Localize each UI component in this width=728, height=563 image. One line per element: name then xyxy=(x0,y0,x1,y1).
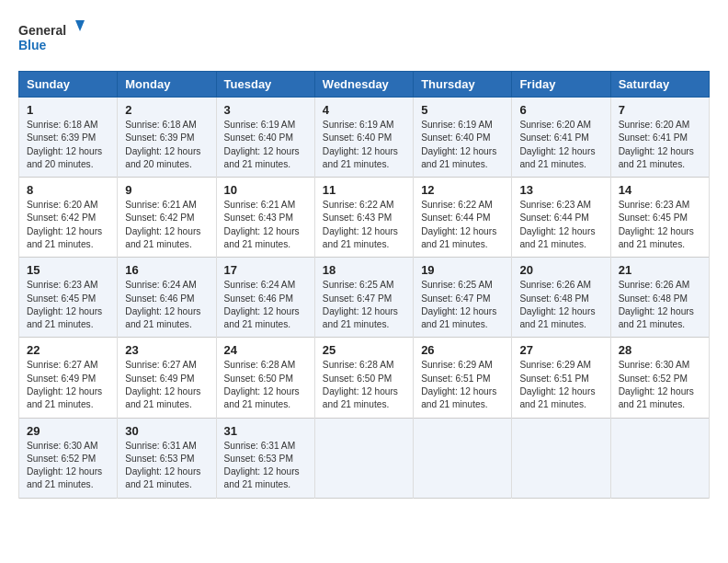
day-number: 2 xyxy=(125,103,208,117)
cell-info: Sunrise: 6:31 AMSunset: 6:53 PMDaylight:… xyxy=(224,440,307,492)
calendar-cell: 22Sunrise: 6:27 AMSunset: 6:49 PMDayligh… xyxy=(19,338,118,418)
header-thursday: Thursday xyxy=(414,72,512,98)
calendar-cell: 26Sunrise: 6:29 AMSunset: 6:51 PMDayligh… xyxy=(414,338,512,418)
calendar-cell: 19Sunrise: 6:25 AMSunset: 6:47 PMDayligh… xyxy=(414,258,512,338)
day-number: 3 xyxy=(224,103,307,117)
cell-info: Sunrise: 6:21 AMSunset: 6:42 PMDaylight:… xyxy=(125,199,208,251)
calendar-cell: 15Sunrise: 6:23 AMSunset: 6:45 PMDayligh… xyxy=(19,258,118,338)
day-number: 8 xyxy=(27,183,109,197)
svg-marker-2 xyxy=(75,20,85,31)
page-header: General Blue xyxy=(18,18,710,60)
calendar-cell: 12Sunrise: 6:22 AMSunset: 6:44 PMDayligh… xyxy=(414,178,512,258)
logo-svg: General Blue xyxy=(18,18,92,60)
cell-info: Sunrise: 6:30 AMSunset: 6:52 PMDaylight:… xyxy=(27,440,109,492)
calendar-cell: 10Sunrise: 6:21 AMSunset: 6:43 PMDayligh… xyxy=(216,178,314,258)
cell-info: Sunrise: 6:18 AMSunset: 6:39 PMDaylight:… xyxy=(125,119,208,171)
cell-info: Sunrise: 6:29 AMSunset: 6:51 PMDaylight:… xyxy=(519,359,602,411)
calendar-cell: 6Sunrise: 6:20 AMSunset: 6:41 PMDaylight… xyxy=(512,98,610,178)
calendar-cell: 4Sunrise: 6:19 AMSunset: 6:40 PMDaylight… xyxy=(314,98,413,178)
day-number: 5 xyxy=(421,103,504,117)
calendar-cell: 17Sunrise: 6:24 AMSunset: 6:46 PMDayligh… xyxy=(216,258,314,338)
day-number: 1 xyxy=(27,103,109,117)
cell-info: Sunrise: 6:29 AMSunset: 6:51 PMDaylight:… xyxy=(421,359,504,411)
cell-info: Sunrise: 6:26 AMSunset: 6:48 PMDaylight:… xyxy=(619,279,701,331)
calendar-cell: 29Sunrise: 6:30 AMSunset: 6:52 PMDayligh… xyxy=(19,418,118,498)
calendar-cell: 18Sunrise: 6:25 AMSunset: 6:47 PMDayligh… xyxy=(314,258,413,338)
day-number: 24 xyxy=(224,343,307,357)
day-number: 18 xyxy=(323,263,405,277)
cell-info: Sunrise: 6:26 AMSunset: 6:48 PMDaylight:… xyxy=(519,279,602,331)
cell-info: Sunrise: 6:31 AMSunset: 6:53 PMDaylight:… xyxy=(125,440,208,492)
calendar-cell: 7Sunrise: 6:20 AMSunset: 6:41 PMDaylight… xyxy=(610,98,709,178)
calendar-cell: 1Sunrise: 6:18 AMSunset: 6:39 PMDaylight… xyxy=(19,98,118,178)
day-number: 13 xyxy=(519,183,602,197)
day-number: 10 xyxy=(224,183,307,197)
day-number: 27 xyxy=(519,343,602,357)
cell-info: Sunrise: 6:19 AMSunset: 6:40 PMDaylight:… xyxy=(323,119,405,171)
calendar-cell: 20Sunrise: 6:26 AMSunset: 6:48 PMDayligh… xyxy=(512,258,610,338)
header-monday: Monday xyxy=(118,72,216,98)
cell-info: Sunrise: 6:23 AMSunset: 6:45 PMDaylight:… xyxy=(619,199,701,251)
cell-info: Sunrise: 6:30 AMSunset: 6:52 PMDaylight:… xyxy=(619,359,701,411)
calendar-cell: 21Sunrise: 6:26 AMSunset: 6:48 PMDayligh… xyxy=(610,258,709,338)
cell-info: Sunrise: 6:28 AMSunset: 6:50 PMDaylight:… xyxy=(323,359,405,411)
cell-info: Sunrise: 6:20 AMSunset: 6:41 PMDaylight:… xyxy=(619,119,701,171)
calendar-cell xyxy=(610,418,709,498)
day-number: 20 xyxy=(519,263,602,277)
day-number: 4 xyxy=(323,103,405,117)
day-number: 9 xyxy=(125,183,208,197)
cell-info: Sunrise: 6:23 AMSunset: 6:45 PMDaylight:… xyxy=(27,279,109,331)
calendar-week-row: 15Sunrise: 6:23 AMSunset: 6:45 PMDayligh… xyxy=(19,258,710,338)
calendar-cell: 8Sunrise: 6:20 AMSunset: 6:42 PMDaylight… xyxy=(19,178,118,258)
header-tuesday: Tuesday xyxy=(216,72,314,98)
calendar-cell xyxy=(414,418,512,498)
svg-text:General: General xyxy=(18,23,66,38)
cell-info: Sunrise: 6:20 AMSunset: 6:41 PMDaylight:… xyxy=(519,119,602,171)
calendar-cell: 31Sunrise: 6:31 AMSunset: 6:53 PMDayligh… xyxy=(216,418,314,498)
cell-info: Sunrise: 6:27 AMSunset: 6:49 PMDaylight:… xyxy=(27,359,109,411)
day-number: 21 xyxy=(619,263,701,277)
header-sunday: Sunday xyxy=(19,72,118,98)
cell-info: Sunrise: 6:27 AMSunset: 6:49 PMDaylight:… xyxy=(125,359,208,411)
header-friday: Friday xyxy=(512,72,610,98)
cell-info: Sunrise: 6:20 AMSunset: 6:42 PMDaylight:… xyxy=(27,199,109,251)
day-number: 16 xyxy=(125,263,208,277)
cell-info: Sunrise: 6:24 AMSunset: 6:46 PMDaylight:… xyxy=(125,279,208,331)
calendar-week-row: 29Sunrise: 6:30 AMSunset: 6:52 PMDayligh… xyxy=(19,418,710,498)
day-number: 14 xyxy=(619,183,701,197)
day-number: 17 xyxy=(224,263,307,277)
calendar-week-row: 22Sunrise: 6:27 AMSunset: 6:49 PMDayligh… xyxy=(19,338,710,418)
calendar-header-row: SundayMondayTuesdayWednesdayThursdayFrid… xyxy=(19,72,710,98)
day-number: 28 xyxy=(619,343,701,357)
day-number: 22 xyxy=(27,343,109,357)
calendar-cell: 14Sunrise: 6:23 AMSunset: 6:45 PMDayligh… xyxy=(610,178,709,258)
cell-info: Sunrise: 6:23 AMSunset: 6:44 PMDaylight:… xyxy=(519,199,602,251)
day-number: 7 xyxy=(619,103,701,117)
calendar-cell: 30Sunrise: 6:31 AMSunset: 6:53 PMDayligh… xyxy=(118,418,216,498)
calendar-week-row: 1Sunrise: 6:18 AMSunset: 6:39 PMDaylight… xyxy=(19,98,710,178)
day-number: 29 xyxy=(27,424,109,438)
day-number: 23 xyxy=(125,343,208,357)
calendar-cell: 24Sunrise: 6:28 AMSunset: 6:50 PMDayligh… xyxy=(216,338,314,418)
cell-info: Sunrise: 6:19 AMSunset: 6:40 PMDaylight:… xyxy=(224,119,307,171)
calendar-cell: 2Sunrise: 6:18 AMSunset: 6:39 PMDaylight… xyxy=(118,98,216,178)
day-number: 31 xyxy=(224,424,307,438)
cell-info: Sunrise: 6:22 AMSunset: 6:44 PMDaylight:… xyxy=(421,199,504,251)
cell-info: Sunrise: 6:18 AMSunset: 6:39 PMDaylight:… xyxy=(27,119,109,171)
day-number: 15 xyxy=(27,263,109,277)
cell-info: Sunrise: 6:21 AMSunset: 6:43 PMDaylight:… xyxy=(224,199,307,251)
day-number: 11 xyxy=(323,183,405,197)
day-number: 19 xyxy=(421,263,504,277)
calendar-cell: 3Sunrise: 6:19 AMSunset: 6:40 PMDaylight… xyxy=(216,98,314,178)
calendar-cell: 11Sunrise: 6:22 AMSunset: 6:43 PMDayligh… xyxy=(314,178,413,258)
calendar-cell: 5Sunrise: 6:19 AMSunset: 6:40 PMDaylight… xyxy=(414,98,512,178)
calendar-cell xyxy=(512,418,610,498)
calendar-cell: 23Sunrise: 6:27 AMSunset: 6:49 PMDayligh… xyxy=(118,338,216,418)
day-number: 6 xyxy=(519,103,602,117)
cell-info: Sunrise: 6:19 AMSunset: 6:40 PMDaylight:… xyxy=(421,119,504,171)
calendar-cell: 16Sunrise: 6:24 AMSunset: 6:46 PMDayligh… xyxy=(118,258,216,338)
calendar-week-row: 8Sunrise: 6:20 AMSunset: 6:42 PMDaylight… xyxy=(19,178,710,258)
header-saturday: Saturday xyxy=(610,72,709,98)
day-number: 25 xyxy=(323,343,405,357)
calendar-cell: 27Sunrise: 6:29 AMSunset: 6:51 PMDayligh… xyxy=(512,338,610,418)
